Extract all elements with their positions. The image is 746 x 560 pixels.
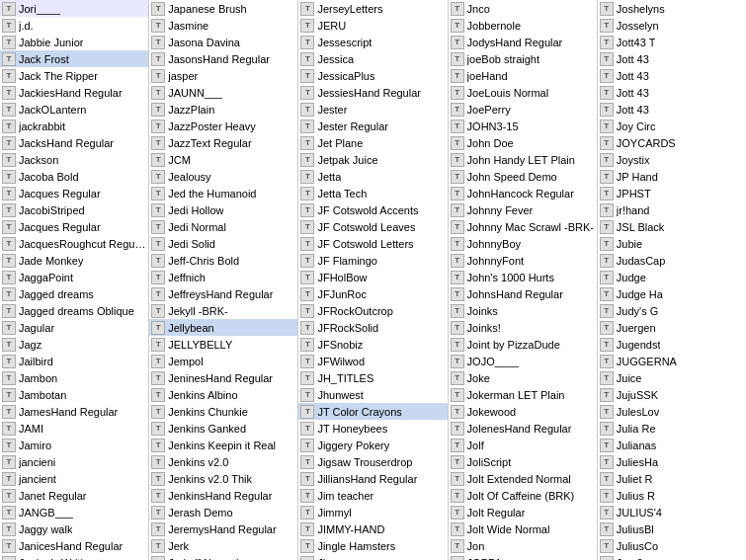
font-item[interactable]: TJagged dreams Oblique <box>0 302 148 319</box>
font-item[interactable]: TJudge Ha <box>598 285 746 302</box>
font-item[interactable]: TJott 43 <box>598 50 746 67</box>
font-item[interactable]: TJerk <box>149 537 297 554</box>
font-item[interactable]: TJH_TITLES <box>298 369 447 386</box>
font-item[interactable]: TJott43 T <box>598 34 746 50</box>
font-item[interactable]: Tjancient <box>0 470 148 487</box>
font-item[interactable]: TJELLYBELLY <box>149 336 297 353</box>
font-item[interactable]: TJack The Ripper <box>0 67 148 84</box>
font-item[interactable]: TJujuSSK <box>598 386 746 403</box>
font-item[interactable]: TJolt Extended Normal <box>449 470 597 487</box>
font-item[interactable]: TJulia Re <box>598 420 746 437</box>
font-item[interactable]: TJet Plane <box>298 134 447 151</box>
font-item[interactable]: TJellybean <box>149 319 297 336</box>
font-item[interactable]: TJoint by PizzaDude <box>449 336 597 353</box>
font-item[interactable]: TJanet Regular <box>0 487 148 504</box>
font-item[interactable]: TJnco <box>449 0 597 17</box>
font-item[interactable]: TJagz <box>0 336 148 353</box>
font-item[interactable]: TJFRockSolid <box>298 319 447 336</box>
font-item[interactable]: TJohnnyFont <box>449 252 597 269</box>
font-item[interactable]: TJott 43 <box>598 84 746 101</box>
font-item[interactable]: TJF Cotswold Accents <box>298 201 447 218</box>
font-item[interactable]: TJasonsHand Regular <box>149 50 297 67</box>
font-item[interactable]: TJF Flamingo <box>298 252 447 269</box>
font-item[interactable]: TJedi Normal <box>149 218 297 235</box>
font-item[interactable]: TJiggery Pokery <box>298 437 447 453</box>
font-item[interactable]: TJT Color Crayons <box>298 403 447 420</box>
font-item[interactable]: TJacques Regular <box>0 185 148 201</box>
font-item[interactable]: TjoeBob straight <box>449 50 597 67</box>
font-item[interactable]: TJokewood <box>449 403 597 420</box>
font-item[interactable]: TJudy's G <box>598 302 746 319</box>
font-item[interactable]: TJacoba Bold <box>0 168 148 185</box>
font-item[interactable]: TJed the Humanoid <box>149 185 297 201</box>
font-item[interactable]: TJohn Handy LET Plain <box>449 151 597 168</box>
font-item[interactable]: TJetta <box>298 168 447 185</box>
font-item[interactable]: TJIMMY-HAND <box>298 520 447 537</box>
font-item[interactable]: TJade Monkey <box>0 252 148 269</box>
font-item[interactable]: TJuliusCo <box>598 537 746 554</box>
font-item[interactable]: TJolt Wide Normal <box>449 520 597 537</box>
font-item[interactable]: TJeninesHand Regular <box>149 369 297 386</box>
font-item[interactable]: TJugendst <box>598 336 746 353</box>
font-item[interactable]: TJohn Speed Demo <box>449 168 597 185</box>
font-item[interactable]: TJetta Tech <box>298 185 447 201</box>
font-item[interactable]: TJuliusBl <box>598 520 746 537</box>
font-item[interactable]: TJP Hand <box>598 168 746 185</box>
font-item[interactable]: TJPHST <box>598 185 746 201</box>
font-item[interactable]: TJohnsHand Regular <box>449 285 597 302</box>
font-item[interactable]: TJilliansHand Regular <box>298 470 447 487</box>
font-item[interactable]: TJasmine <box>149 17 297 34</box>
font-item[interactable]: TJamesHand Regular <box>0 403 148 420</box>
font-item[interactable]: TJFWilwod <box>298 353 447 369</box>
font-item[interactable]: TJOHN3-15 <box>449 118 597 134</box>
font-item[interactable]: TJenkins v2.0 Thik <box>149 470 297 487</box>
font-item[interactable]: TJealousy <box>149 168 297 185</box>
font-item[interactable]: TJOYCARDS <box>598 134 746 151</box>
font-item[interactable]: TJenkins Chunkie <box>149 403 297 420</box>
font-item[interactable]: TJubie <box>598 235 746 252</box>
font-item[interactable]: TJenkins Keepin it Real <box>149 437 297 453</box>
font-item[interactable]: TJFJunRoc <box>298 285 447 302</box>
font-item[interactable]: TJacquesRoughcut Regular <box>0 235 148 252</box>
font-item[interactable]: TJempol <box>149 353 297 369</box>
font-item[interactable]: TJodysHand Regular <box>449 34 597 50</box>
font-item[interactable]: TJobbernole <box>449 17 597 34</box>
font-item[interactable]: TJulesLov <box>598 403 746 420</box>
font-item[interactable]: TJedi Solid <box>149 235 297 252</box>
font-item[interactable]: TJazzPoster Heavy <box>149 118 297 134</box>
font-item[interactable]: TJacques Regular <box>0 218 148 235</box>
font-item[interactable]: TJenkins v2.0 <box>149 453 297 470</box>
font-item[interactable]: TJori____ <box>0 0 148 17</box>
font-item[interactable]: TJack Frost <box>0 50 148 67</box>
font-item[interactable]: TJohn's 1000 Hurts <box>449 269 597 285</box>
font-item[interactable]: TJambotan <box>0 386 148 403</box>
font-item[interactable]: TJackson <box>0 151 148 168</box>
font-item[interactable]: TJF Cotswold Letters <box>298 235 447 252</box>
font-item[interactable]: TJokerman LET Plain <box>449 386 597 403</box>
font-item[interactable]: TJoliScript <box>449 453 597 470</box>
font-item[interactable]: TJAUNN___ <box>149 84 297 101</box>
font-item[interactable]: TJessescript <box>298 34 447 50</box>
font-item[interactable]: TJoePerry <box>449 101 597 118</box>
font-item[interactable]: TJolenesHand Regular <box>449 420 597 437</box>
font-item[interactable]: Tjancieni <box>0 453 148 470</box>
font-item[interactable]: TJohnny Mac Scrawl -BRK- <box>449 218 597 235</box>
font-item[interactable]: TJANGB___ <box>0 504 148 520</box>
font-item[interactable]: TJedi Hollow <box>149 201 297 218</box>
font-item[interactable]: TJazzText Regular <box>149 134 297 151</box>
font-item[interactable]: TJeffreysHand Regular <box>149 285 297 302</box>
font-item[interactable]: TJolt Of Caffeine (BRK) <box>449 487 597 504</box>
font-item[interactable]: TJekyll -BRK- <box>149 302 297 319</box>
font-item[interactable]: TJeffnich <box>149 269 297 285</box>
font-item[interactable]: TJosselyn <box>598 17 746 34</box>
font-item[interactable]: TJerkoff Normal <box>149 554 297 560</box>
font-item[interactable]: TJOJO____ <box>449 353 597 369</box>
font-item[interactable]: TJuergen <box>598 319 746 336</box>
font-item[interactable]: TJanine's Writing <box>0 554 148 560</box>
font-item[interactable]: TJacobiStriped <box>0 201 148 218</box>
font-item[interactable]: TJERU <box>298 17 447 34</box>
font-item[interactable]: TJuliesHa <box>598 453 746 470</box>
font-item[interactable]: TJohnHancock Regular <box>449 185 597 201</box>
font-item[interactable]: TJigsaw Trouserdrop <box>298 453 447 470</box>
font-item[interactable]: TJapanese Brush <box>149 0 297 17</box>
